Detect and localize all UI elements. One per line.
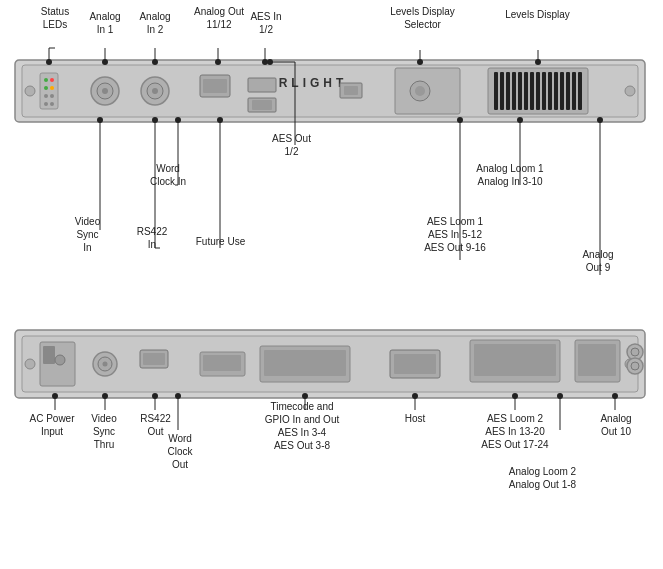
- svg-rect-32: [518, 72, 522, 110]
- svg-rect-82: [575, 340, 620, 382]
- svg-point-96: [175, 393, 181, 399]
- svg-point-87: [631, 362, 639, 370]
- svg-point-102: [512, 393, 518, 399]
- svg-rect-34: [530, 72, 534, 110]
- svg-point-90: [52, 393, 58, 399]
- svg-point-11: [50, 94, 54, 98]
- svg-point-57: [267, 59, 273, 65]
- svg-rect-29: [500, 72, 504, 110]
- rs422-in-label: RS422In: [130, 225, 174, 251]
- svg-point-118: [517, 117, 523, 123]
- svg-text:FAIRLIGHT: FAIRLIGHT: [248, 76, 347, 90]
- svg-rect-83: [578, 344, 616, 376]
- aes-in-1-2-label: AES In1/2: [243, 10, 289, 36]
- svg-rect-68: [40, 342, 75, 386]
- levels-display-label: Levels Display: [495, 8, 580, 21]
- status-leds-label: StatusLEDs: [30, 5, 80, 31]
- svg-rect-43: [248, 78, 276, 92]
- diagram-container: FAIRLIGHT: [0, 0, 663, 569]
- svg-point-55: [262, 59, 268, 65]
- svg-rect-89: [203, 355, 241, 371]
- analog-out10-label: AnalogOut 10: [586, 412, 646, 438]
- svg-point-12: [44, 102, 48, 106]
- svg-point-51: [152, 59, 158, 65]
- future-use-label: Future Use: [193, 235, 248, 248]
- analog-loom2-label: Analog Loom 2Analog Out 1-8: [490, 465, 595, 491]
- word-clock-out-label: WordClockOut: [156, 432, 204, 471]
- svg-rect-76: [260, 346, 350, 382]
- svg-point-92: [102, 393, 108, 399]
- svg-point-98: [302, 393, 308, 399]
- video-sync-in-label: VideoSyncIn: [65, 215, 110, 254]
- svg-point-71: [93, 352, 117, 376]
- svg-rect-37: [548, 72, 552, 110]
- svg-rect-39: [560, 72, 564, 110]
- svg-point-14: [91, 77, 119, 105]
- svg-point-9: [50, 86, 54, 90]
- svg-point-46: [46, 59, 52, 65]
- svg-rect-79: [394, 354, 436, 374]
- analog-out9-label: AnalogOut 9: [568, 248, 628, 274]
- svg-point-85: [631, 348, 639, 356]
- svg-point-60: [417, 59, 423, 65]
- analog-in2-label: AnalogIn 2: [130, 10, 180, 36]
- svg-rect-77: [264, 350, 346, 376]
- analog-in1-label: AnalogIn 1: [80, 10, 130, 36]
- svg-rect-28: [494, 72, 498, 110]
- svg-rect-75: [143, 353, 165, 365]
- svg-point-84: [627, 344, 643, 360]
- svg-rect-38: [554, 72, 558, 110]
- svg-rect-30: [506, 72, 510, 110]
- svg-point-3: [625, 86, 635, 96]
- svg-rect-23: [252, 100, 272, 110]
- svg-rect-42: [578, 72, 582, 110]
- svg-rect-81: [474, 344, 556, 376]
- svg-point-86: [627, 358, 643, 374]
- svg-rect-35: [536, 72, 540, 110]
- svg-point-15: [97, 83, 113, 99]
- svg-point-17: [141, 77, 169, 105]
- svg-point-10: [44, 94, 48, 98]
- svg-point-111: [97, 117, 103, 123]
- svg-rect-65: [22, 336, 638, 392]
- svg-point-13: [50, 102, 54, 106]
- svg-rect-31: [512, 72, 516, 110]
- svg-point-26: [415, 86, 425, 96]
- svg-point-18: [147, 83, 163, 99]
- svg-rect-27: [488, 68, 588, 114]
- svg-point-49: [102, 59, 108, 65]
- aes-out-1-2-label: AES Out1/2: [264, 132, 319, 158]
- svg-point-108: [175, 117, 181, 123]
- svg-rect-64: [15, 330, 645, 398]
- svg-rect-36: [542, 72, 546, 110]
- svg-point-104: [557, 393, 563, 399]
- svg-point-122: [597, 117, 603, 123]
- svg-rect-45: [344, 86, 358, 95]
- svg-rect-88: [200, 352, 245, 376]
- host-label: Host: [393, 412, 437, 425]
- svg-point-70: [55, 355, 65, 365]
- svg-rect-74: [140, 350, 168, 368]
- svg-rect-33: [524, 72, 528, 110]
- svg-point-25: [410, 81, 430, 101]
- levels-display-selector-label: Levels DisplaySelector: [380, 5, 465, 31]
- svg-rect-80: [470, 340, 560, 382]
- svg-rect-0: [15, 60, 645, 122]
- svg-rect-24: [395, 68, 460, 114]
- svg-point-66: [25, 359, 35, 369]
- svg-point-8: [44, 86, 48, 90]
- svg-rect-78: [390, 350, 440, 378]
- svg-point-72: [98, 357, 112, 371]
- svg-point-16: [102, 88, 108, 94]
- svg-point-67: [625, 359, 635, 369]
- svg-point-6: [44, 78, 48, 82]
- analog-loom1-label: Analog Loom 1Analog In 3-10: [450, 162, 570, 188]
- svg-point-120: [457, 117, 463, 123]
- svg-point-62: [535, 59, 541, 65]
- ac-power-input-label: AC PowerInput: [22, 412, 82, 438]
- svg-point-113: [152, 117, 158, 123]
- svg-point-2: [25, 86, 35, 96]
- svg-rect-20: [200, 75, 230, 97]
- svg-rect-41: [572, 72, 576, 110]
- analog-out-11-12-label: Analog Out11/12: [190, 5, 248, 31]
